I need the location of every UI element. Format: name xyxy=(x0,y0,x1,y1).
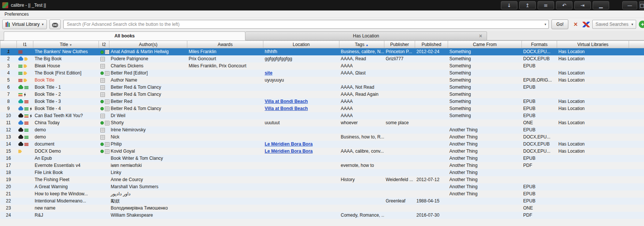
cell-formats[interactable] xyxy=(522,169,557,176)
row-number[interactable]: 21 xyxy=(0,190,17,198)
cell-location[interactable] xyxy=(263,169,339,176)
table-row[interactable]: 9Book Title - 4Better Red & Tom ClancyVi… xyxy=(0,105,644,112)
cell-formats[interactable]: DOCX,EPU... xyxy=(522,134,557,141)
cell-published[interactable] xyxy=(415,134,448,141)
cell-virtual-libraries[interactable] xyxy=(557,176,629,183)
cell-authors[interactable]: Irène Némirovsky xyxy=(109,126,187,134)
cell-came-from[interactable]: Something xyxy=(448,48,522,55)
cell-tags[interactable]: History xyxy=(339,176,384,183)
row-number[interactable]: 15 xyxy=(0,148,17,155)
cell-authors[interactable]: 勵媄 xyxy=(109,198,187,205)
cell-location[interactable] xyxy=(263,205,339,212)
cell-awards[interactable] xyxy=(187,70,263,77)
cell-came-from[interactable] xyxy=(448,212,522,219)
cell-title[interactable]: demo xyxy=(33,134,99,141)
row-number[interactable]: 17 xyxy=(0,162,17,169)
cell-authors[interactable]: Anat Admati & Martin Hellwig xyxy=(109,48,187,55)
table-row[interactable]: 4The Book [First Edition]Better Red [Edi… xyxy=(0,70,644,77)
titlebar-menu-button[interactable]: ≡ xyxy=(538,1,554,9)
cell-i1[interactable] xyxy=(17,162,33,169)
row-number[interactable]: 9 xyxy=(0,105,17,112)
cell-i1[interactable] xyxy=(17,205,33,212)
cell-virtual-libraries[interactable]: Has Location xyxy=(557,55,629,62)
cell-publisher[interactable] xyxy=(384,105,415,112)
cell-i2[interactable] xyxy=(99,91,109,98)
cell-came-from[interactable]: Another Thing xyxy=(448,190,522,198)
cell-authors[interactable]: Shorty xyxy=(109,119,187,126)
cell-title[interactable]: demo xyxy=(33,126,99,134)
cell-formats[interactable] xyxy=(522,176,557,183)
table-row[interactable]: 8Book Title - 3Better RedVilla at Bondi … xyxy=(0,98,644,105)
cell-awards[interactable] xyxy=(187,155,263,162)
cell-awards[interactable] xyxy=(187,112,263,119)
cell-location[interactable] xyxy=(263,91,339,98)
cell-i1[interactable] xyxy=(17,91,33,98)
menu-preferences[interactable]: Preferences xyxy=(3,11,30,17)
row-number[interactable]: 1 xyxy=(0,48,17,55)
cell-formats[interactable]: DOCX,EPU... xyxy=(522,148,557,155)
column-header-came-from[interactable]: Came From xyxy=(448,41,522,48)
row-number[interactable]: 4 xyxy=(0,70,17,77)
table-row[interactable]: 12demoIrène NémirovskyAnother ThingEPUB xyxy=(0,126,644,134)
cell-formats[interactable]: ONE xyxy=(522,119,557,126)
cell-location[interactable]: Le Méridien Bora Bora xyxy=(263,141,339,148)
row-number[interactable]: 23 xyxy=(0,205,17,212)
table-row[interactable]: 15DOCX DemoKovid GoyalLe Méridien Bora B… xyxy=(0,148,644,155)
cell-authors[interactable]: Nick xyxy=(109,134,187,141)
cell-i1[interactable] xyxy=(17,48,33,55)
cell-title[interactable]: R&J xyxy=(33,212,99,219)
cell-came-from[interactable]: Another Thing xyxy=(448,134,522,141)
cell-i1[interactable] xyxy=(17,176,33,183)
cell-tags[interactable] xyxy=(339,141,384,148)
cell-tags[interactable]: AAAA xyxy=(339,112,384,119)
advanced-search-button[interactable] xyxy=(49,19,61,29)
cell-i2[interactable] xyxy=(99,148,109,155)
cell-i1[interactable] xyxy=(17,212,33,219)
cell-location[interactable]: ggfggfgfggfgg xyxy=(263,55,339,62)
cell-tags[interactable] xyxy=(339,198,384,205)
cell-publisher[interactable] xyxy=(384,134,415,141)
cell-i2[interactable] xyxy=(99,62,109,70)
cell-publisher[interactable]: Weidenfeld ... xyxy=(384,176,415,183)
cell-published[interactable] xyxy=(415,169,448,176)
cell-title[interactable]: Can Bad Teeth Kill You? xyxy=(33,112,99,119)
cell-awards[interactable] xyxy=(187,183,263,190)
table-row[interactable]: 18File Link BookLinkyAnother Thing xyxy=(0,169,644,176)
cell-virtual-libraries[interactable] xyxy=(557,112,629,119)
cell-i1[interactable] xyxy=(17,84,33,91)
cell-formats[interactable] xyxy=(522,91,557,98)
cell-i1[interactable] xyxy=(17,126,33,134)
cell-formats[interactable]: EPUB xyxy=(522,112,557,119)
cell-tags[interactable]: whoever xyxy=(339,119,384,126)
cell-authors[interactable]: Better Red [Editor] xyxy=(109,70,187,77)
row-number[interactable]: 18 xyxy=(0,169,17,176)
cell-publisher[interactable] xyxy=(384,169,415,176)
cell-tags[interactable]: Comedy, Romance, ... xyxy=(339,212,384,219)
cell-title[interactable]: Book Title - 1 xyxy=(33,84,99,91)
cell-formats[interactable]: EPUB xyxy=(522,105,557,112)
cell-tags[interactable]: AAAA xyxy=(339,62,384,70)
cell-published[interactable] xyxy=(415,119,448,126)
cell-location[interactable]: Villa at Bondi Beach xyxy=(263,98,339,105)
cell-authors[interactable]: Charles Dickens xyxy=(109,62,187,70)
table-row[interactable]: 16An EpubBook Writer & Tom ClancyAnother… xyxy=(0,155,644,162)
cell-came-from[interactable]: Something xyxy=(448,55,522,62)
cell-published[interactable] xyxy=(415,77,448,84)
cell-virtual-libraries[interactable] xyxy=(557,134,629,141)
table-row[interactable]: 2The Big BookPodere PatrignonePrix Gonco… xyxy=(0,55,644,62)
cell-title[interactable]: Book Title - 3 xyxy=(33,98,99,105)
cell-i2[interactable] xyxy=(99,212,109,219)
cell-tags[interactable] xyxy=(339,77,384,84)
cell-came-from[interactable] xyxy=(448,205,522,212)
row-number[interactable]: 8 xyxy=(0,98,17,105)
cell-virtual-libraries[interactable] xyxy=(557,205,629,212)
cell-published[interactable] xyxy=(415,183,448,190)
cell-authors[interactable]: Better Red & Tom Clancy xyxy=(109,105,187,112)
cell-published[interactable] xyxy=(415,162,448,169)
cell-came-from[interactable]: Another Thing xyxy=(448,176,522,183)
virtual-library-button[interactable]: Virtual Library ▾ xyxy=(2,19,47,29)
cell-publisher[interactable] xyxy=(384,77,415,84)
cell-i2[interactable] xyxy=(99,126,109,134)
cell-published[interactable] xyxy=(415,126,448,134)
cell-virtual-libraries[interactable]: Has Location xyxy=(557,48,629,55)
